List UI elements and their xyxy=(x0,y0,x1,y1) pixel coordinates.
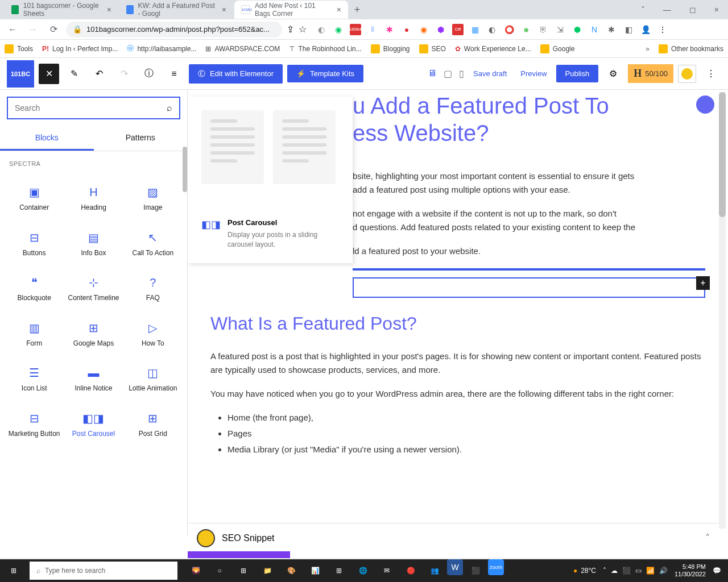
bookmark-google[interactable]: Google xyxy=(540,44,575,53)
heading-2[interactable]: What Is a Featured Post? xyxy=(210,309,705,338)
extensions-icon[interactable]: ✱ xyxy=(606,24,617,35)
browser-tab-3-active[interactable]: 101BC Add New Post ‹ 101 Bags Corner × xyxy=(234,1,348,19)
publish-button[interactable]: Publish xyxy=(556,65,599,82)
redo-button[interactable]: ↷ xyxy=(114,64,134,84)
mobile-icon[interactable]: ▯ xyxy=(459,68,464,79)
ext-icon[interactable]: ◐ xyxy=(316,24,327,35)
bookmark-robin[interactable]: ⊤The Robinhood Lin... xyxy=(289,45,361,53)
block-iconlist[interactable]: ☰Icon List xyxy=(5,357,64,402)
menu-icon[interactable]: ⋮ xyxy=(657,24,668,35)
insert-indicator[interactable] xyxy=(353,268,705,271)
gmail-badge-icon[interactable]: 18964 xyxy=(350,24,361,35)
block-carousel[interactable]: ◧◨Post Carousel xyxy=(64,402,123,448)
seo-score-badge[interactable]: H50/100 xyxy=(628,64,673,83)
paragraph[interactable]: A featured post is a post that is highli… xyxy=(210,350,705,377)
preview-link[interactable]: Preview xyxy=(516,69,551,78)
overflow-icon[interactable]: » xyxy=(646,45,650,53)
tablet-icon[interactable]: ▢ xyxy=(444,68,452,79)
ext-icon[interactable]: ⬢ xyxy=(572,24,583,35)
site-logo[interactable]: 101BC xyxy=(7,60,34,88)
new-tab-button[interactable]: + xyxy=(349,2,365,18)
tab-patterns[interactable]: Patterns xyxy=(94,126,188,151)
content-scrollbar[interactable] xyxy=(719,92,726,529)
ext-icon[interactable]: ● xyxy=(401,24,412,35)
wifi-icon[interactable]: 📶 xyxy=(646,567,655,575)
bookmark-seo[interactable]: SEO xyxy=(419,44,446,53)
tab-blocks[interactable]: Blocks xyxy=(0,126,94,151)
block-buttons[interactable]: ⊟Buttons xyxy=(5,222,64,267)
template-kits-button[interactable]: ⚡Template Kits xyxy=(287,65,363,82)
chevron-down-icon[interactable]: ˅ xyxy=(636,3,650,16)
weather-widget[interactable]: ● 28°C xyxy=(573,567,596,575)
ext-icon[interactable]: Off xyxy=(452,24,464,35)
ext-icon[interactable]: ⬢ xyxy=(435,24,446,35)
mail-icon[interactable]: ✉ xyxy=(375,559,398,582)
ext-icon[interactable]: ⇲ xyxy=(555,24,566,35)
notifications-icon[interactable]: 💬 xyxy=(713,567,721,575)
block-marketing[interactable]: ⊟Marketing Button xyxy=(5,402,64,448)
ext-icon[interactable]: ⎈ xyxy=(520,24,532,35)
block-infobox[interactable]: ▤Info Box xyxy=(64,222,123,267)
ext-icon[interactable]: ⭕ xyxy=(503,24,515,35)
bookmark-work[interactable]: ✿Work Experience Le... xyxy=(455,45,531,53)
browser-tab-1[interactable]: 101 bagscorner - Google Sheets × xyxy=(5,1,118,19)
close-panel-button[interactable]: ✕ xyxy=(39,64,59,84)
ext-icon[interactable]: ◉ xyxy=(418,24,429,35)
close-icon[interactable]: × xyxy=(337,5,341,14)
avatar-icon[interactable]: 👤 xyxy=(640,24,651,35)
back-button[interactable]: ← xyxy=(5,22,20,38)
undo-button[interactable]: ↶ xyxy=(89,64,109,84)
bookmark-award[interactable]: ⊞AWARDSPACE.COM xyxy=(205,45,280,53)
list-item[interactable]: Home (the front page), xyxy=(228,411,705,425)
bookmark-laiba[interactable]: ⓦhttp://laibasample... xyxy=(127,44,196,53)
chevron-up-icon[interactable]: ˄ xyxy=(705,533,710,543)
block-faq[interactable]: ?FAQ xyxy=(123,267,183,312)
block-timeline[interactable]: ⊹Content Timeline xyxy=(64,267,123,312)
seo-snippet-bar[interactable]: SEO Snippet ˄ xyxy=(188,523,719,552)
close-icon[interactable]: × xyxy=(222,5,226,14)
paragraph[interactable]: ld a featured post to your website. xyxy=(353,244,705,258)
chevron-up-icon[interactable]: ˄ xyxy=(603,567,606,575)
bookmark-other[interactable]: Other bookmarks xyxy=(659,44,723,53)
ext-icon[interactable]: ⫴ xyxy=(367,24,378,35)
ext-icon[interactable]: ◉ xyxy=(333,24,344,35)
ext-icon[interactable]: ▦ xyxy=(469,24,481,35)
save-draft-link[interactable]: Save draft xyxy=(469,69,511,78)
block-blockquote[interactable]: ❝Blockquote xyxy=(5,267,64,312)
reload-button[interactable]: ⟳ xyxy=(46,22,61,38)
app-icon[interactable]: 🎨 xyxy=(280,559,303,582)
list-item[interactable]: Pages xyxy=(228,427,705,440)
tray-icon[interactable]: ⬛ xyxy=(622,567,631,575)
paragraph[interactable]: bsite, highlighting your most important … xyxy=(353,169,705,197)
app-icon[interactable]: 👥 xyxy=(423,559,446,582)
scrollbar-thumb[interactable] xyxy=(183,147,187,192)
block-lottie[interactable]: ◫Lottie Animation xyxy=(123,357,183,402)
list-item[interactable]: Media Library (or just "Media" if you're… xyxy=(228,443,705,456)
scrollbar-thumb[interactable] xyxy=(719,92,726,217)
ext-icon[interactable]: N xyxy=(589,24,600,35)
battery-icon[interactable]: ▭ xyxy=(635,567,642,575)
edit-icon[interactable]: ✎ xyxy=(64,64,84,84)
star-icon[interactable]: ☆ xyxy=(299,24,307,35)
close-icon[interactable]: × xyxy=(107,5,111,14)
options-icon[interactable]: ⋮ xyxy=(701,64,721,84)
editor-content[interactable]: ◧◨ Post Carousel Display your posts in a… xyxy=(188,90,728,535)
volume-icon[interactable]: 🔊 xyxy=(659,567,668,575)
edge-icon[interactable]: 🌐 xyxy=(351,559,374,582)
edit-elementor-button[interactable]: ⒺEdit with Elementor xyxy=(189,64,283,84)
block-heading[interactable]: HHeading xyxy=(64,176,123,222)
settings-icon[interactable]: ⚙ xyxy=(603,64,623,84)
bullet-list[interactable]: Home (the front page), Pages Media Libra… xyxy=(228,411,705,456)
ext-icon[interactable]: ✱ xyxy=(384,24,395,35)
block-maps[interactable]: ⊞Google Maps xyxy=(64,312,123,357)
app-icon[interactable]: ⬛ xyxy=(464,559,487,582)
word-icon[interactable]: W xyxy=(447,559,463,575)
info-button[interactable]: ⓘ xyxy=(139,64,159,84)
sidepanel-icon[interactable]: ◧ xyxy=(623,24,634,35)
bookmark-blogging[interactable]: Blogging xyxy=(371,44,410,53)
desktop-icon[interactable]: 🖥 xyxy=(428,68,437,79)
taskview-icon[interactable]: ⊞ xyxy=(232,559,255,582)
ext-icon[interactable]: ◐ xyxy=(486,24,498,35)
paragraph[interactable]: You may have noticed when you go to your… xyxy=(210,387,705,401)
clock[interactable]: 5:48 PM 11/30/2022 xyxy=(675,563,706,578)
